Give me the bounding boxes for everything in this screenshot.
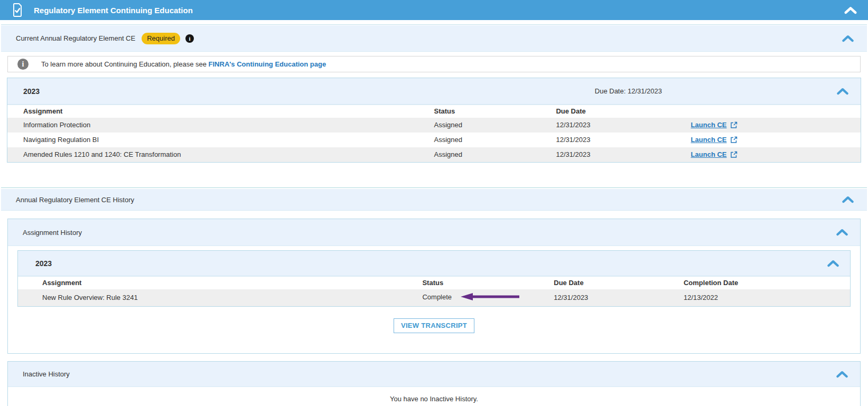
current-year-panel: 2023 Due Date: 12/31/2023 Assignment Sta… <box>7 78 861 163</box>
due-date-label: Due Date: 12/31/2023 <box>595 87 662 95</box>
chevron-up-icon[interactable] <box>827 260 839 267</box>
table-row: Amended Rules 1210 and 1240: CE Transfor… <box>7 147 861 162</box>
history-section-header[interactable]: Annual Regulatory Element CE History <box>1 189 867 211</box>
info-banner-text: To learn more about Continuing Education… <box>41 60 326 68</box>
launch-ce-link[interactable]: Launch CE <box>691 136 738 144</box>
annotation-arrow-left <box>460 292 522 303</box>
info-banner: i To learn more about Continuing Educati… <box>7 56 861 72</box>
history-year-panel: 2023 Assignment Status Due Date Completi… <box>17 250 851 307</box>
chevron-up-icon[interactable] <box>836 229 848 236</box>
info-circle-icon: i <box>17 59 29 70</box>
assignment-due-date: 12/31/2023 <box>554 289 684 306</box>
assignment-due-date: 12/31/2023 <box>556 147 690 162</box>
table-row: Navigating Regulation BI Assigned 12/31/… <box>7 133 861 147</box>
column-header: Status <box>434 105 556 118</box>
column-header: Assignment <box>7 105 434 118</box>
column-header: Completion Date <box>684 277 850 290</box>
chevron-up-icon[interactable] <box>836 371 848 378</box>
divider <box>1 187 867 188</box>
chevron-up-icon[interactable] <box>836 88 849 95</box>
view-transcript-button[interactable]: VIEW TRANSCRIPT <box>394 318 474 333</box>
assignment-status: Assigned <box>434 133 556 147</box>
chevron-up-icon[interactable] <box>842 196 854 203</box>
table-header-row: Assignment Status Due Date Completion Da… <box>18 277 850 290</box>
current-ce-title: Current Annual Regulatory Element CE <box>16 34 135 42</box>
year-label: 2023 <box>35 259 52 268</box>
assignment-status: Assigned <box>434 147 556 162</box>
divider <box>1 24 867 25</box>
assignment-history-title: Assignment History <box>23 229 82 237</box>
page-title: Regulatory Element Continuing Education <box>34 6 844 15</box>
chevron-up-icon[interactable] <box>842 35 854 42</box>
finra-ce-page-link[interactable]: FINRA's Continuing Education page <box>209 60 326 68</box>
assignment-status: Assigned <box>434 118 556 133</box>
inactive-history-empty-message: You have no Inactive History. <box>8 387 860 406</box>
required-badge: Required <box>142 33 180 44</box>
assignment-status: Complete <box>422 289 554 306</box>
assignment-due-date: 12/31/2023 <box>556 118 690 133</box>
document-check-icon <box>12 3 23 17</box>
assignment-name: Amended Rules 1210 and 1240: CE Transfor… <box>7 147 434 162</box>
assignment-due-date: 12/31/2023 <box>556 133 690 147</box>
inactive-history-panel: Inactive History You have no Inactive Hi… <box>7 361 861 406</box>
column-header: Status <box>422 277 554 290</box>
external-link-icon <box>730 136 738 144</box>
assignment-name: New Rule Overview: Rule 3241 <box>18 289 422 306</box>
chevron-up-icon[interactable] <box>844 6 857 14</box>
history-year-panel-header[interactable]: 2023 <box>18 251 850 276</box>
year-label: 2023 <box>23 87 40 96</box>
external-link-icon <box>730 151 738 158</box>
page-header: Regulatory Element Continuing Education <box>0 0 868 20</box>
current-year-panel-header[interactable]: 2023 Due Date: 12/31/2023 <box>7 78 861 105</box>
history-table: Assignment Status Due Date Completion Da… <box>18 276 850 306</box>
table-header-row: Assignment Status Due Date <box>7 105 861 118</box>
table-row: New Rule Overview: Rule 3241 Complete 12… <box>18 289 850 306</box>
launch-ce-link[interactable]: Launch CE <box>691 121 738 129</box>
inactive-history-title: Inactive History <box>23 370 70 378</box>
assignment-completion-date: 12/13/2022 <box>684 289 850 306</box>
launch-ce-link[interactable]: Launch CE <box>691 150 738 158</box>
inactive-history-header[interactable]: Inactive History <box>8 362 860 387</box>
current-ce-section-header[interactable]: Current Annual Regulatory Element CE Req… <box>1 25 867 52</box>
column-header: Due Date <box>556 105 690 118</box>
assignment-name: Navigating Regulation BI <box>7 133 434 147</box>
history-section-title: Annual Regulatory Element CE History <box>16 196 134 204</box>
assignment-history-panel: Assignment History 2023 Assignment Statu… <box>7 219 861 354</box>
assignment-name: Information Protection <box>7 118 434 133</box>
table-row: Information Protection Assigned 12/31/20… <box>7 118 861 133</box>
assignment-history-header[interactable]: Assignment History <box>8 219 860 246</box>
info-icon[interactable]: i <box>185 34 194 43</box>
column-header: Due Date <box>554 277 684 290</box>
current-assignments-table: Assignment Status Due Date Information P… <box>7 105 861 162</box>
column-header: Assignment <box>18 277 422 290</box>
external-link-icon <box>730 121 738 129</box>
